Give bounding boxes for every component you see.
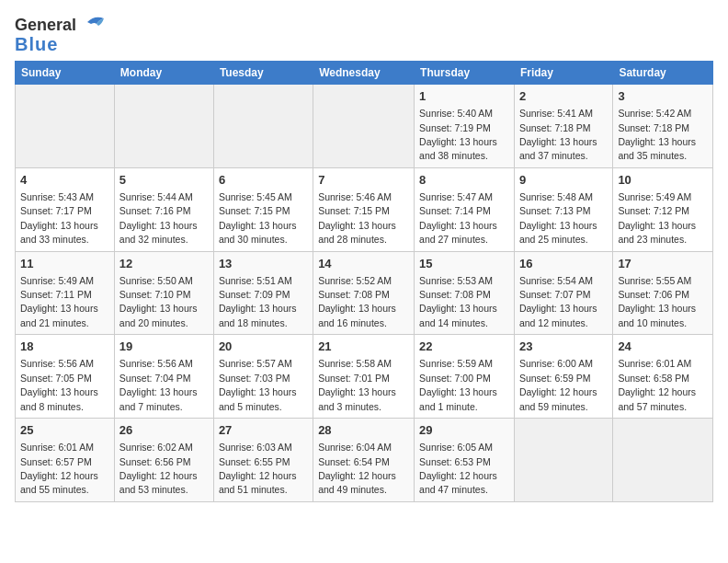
calendar-cell: 26Sunrise: 6:02 AM Sunset: 6:56 PM Dayli… bbox=[114, 419, 213, 502]
calendar-cell: 29Sunrise: 6:05 AM Sunset: 6:53 PM Dayli… bbox=[415, 419, 515, 502]
day-number: 8 bbox=[419, 172, 509, 189]
day-number: 4 bbox=[20, 172, 109, 189]
day-detail: Sunrise: 5:58 AM Sunset: 7:01 PM Dayligh… bbox=[318, 358, 396, 411]
calendar-cell: 10Sunrise: 5:49 AM Sunset: 7:12 PM Dayli… bbox=[613, 167, 713, 251]
calendar-cell bbox=[16, 85, 115, 168]
day-detail: Sunrise: 5:50 AM Sunset: 7:10 PM Dayligh… bbox=[119, 275, 198, 328]
col-header-wednesday: Wednesday bbox=[313, 62, 415, 85]
col-header-sunday: Sunday bbox=[16, 62, 115, 85]
day-number: 2 bbox=[519, 88, 608, 105]
day-detail: Sunrise: 5:56 AM Sunset: 7:04 PM Dayligh… bbox=[119, 358, 198, 411]
day-detail: Sunrise: 6:04 AM Sunset: 6:54 PM Dayligh… bbox=[318, 442, 396, 495]
calendar-cell bbox=[313, 85, 415, 168]
day-detail: Sunrise: 6:01 AM Sunset: 6:57 PM Dayligh… bbox=[20, 442, 98, 495]
day-detail: Sunrise: 5:55 AM Sunset: 7:06 PM Dayligh… bbox=[618, 275, 696, 328]
day-number: 27 bbox=[219, 422, 308, 439]
calendar-cell bbox=[514, 419, 612, 502]
day-number: 28 bbox=[318, 422, 409, 439]
day-detail: Sunrise: 5:49 AM Sunset: 7:12 PM Dayligh… bbox=[618, 191, 696, 245]
calendar-cell: 25Sunrise: 6:01 AM Sunset: 6:57 PM Dayli… bbox=[16, 419, 115, 502]
day-detail: Sunrise: 5:47 AM Sunset: 7:14 PM Dayligh… bbox=[419, 191, 497, 245]
day-number: 12 bbox=[119, 256, 209, 272]
day-number: 26 bbox=[119, 422, 209, 439]
logo-bird-icon bbox=[78, 15, 106, 35]
day-number: 6 bbox=[219, 172, 308, 189]
day-detail: Sunrise: 6:02 AM Sunset: 6:56 PM Dayligh… bbox=[119, 442, 198, 495]
day-number: 7 bbox=[318, 172, 409, 189]
day-detail: Sunrise: 5:59 AM Sunset: 7:00 PM Dayligh… bbox=[419, 358, 497, 411]
header-row: SundayMondayTuesdayWednesdayThursdayFrid… bbox=[16, 62, 713, 85]
logo: General Blue bbox=[15, 15, 106, 53]
day-number: 15 bbox=[419, 256, 509, 272]
day-detail: Sunrise: 5:42 AM Sunset: 7:18 PM Dayligh… bbox=[618, 108, 696, 161]
calendar-cell: 15Sunrise: 5:53 AM Sunset: 7:08 PM Dayli… bbox=[415, 251, 515, 335]
day-detail: Sunrise: 5:49 AM Sunset: 7:11 PM Dayligh… bbox=[20, 275, 98, 328]
day-detail: Sunrise: 5:46 AM Sunset: 7:15 PM Dayligh… bbox=[318, 191, 396, 245]
day-detail: Sunrise: 5:45 AM Sunset: 7:15 PM Dayligh… bbox=[219, 191, 297, 245]
calendar-cell: 16Sunrise: 5:54 AM Sunset: 7:07 PM Dayli… bbox=[514, 251, 612, 335]
calendar-cell: 23Sunrise: 6:00 AM Sunset: 6:59 PM Dayli… bbox=[514, 335, 612, 419]
calendar-cell bbox=[213, 85, 313, 168]
day-detail: Sunrise: 5:43 AM Sunset: 7:17 PM Dayligh… bbox=[20, 191, 98, 245]
day-detail: Sunrise: 5:53 AM Sunset: 7:08 PM Dayligh… bbox=[419, 275, 497, 328]
day-number: 22 bbox=[419, 339, 509, 355]
col-header-thursday: Thursday bbox=[415, 62, 515, 85]
calendar-table: SundayMondayTuesdayWednesdayThursdayFrid… bbox=[15, 61, 713, 502]
calendar-cell: 21Sunrise: 5:58 AM Sunset: 7:01 PM Dayli… bbox=[313, 335, 415, 419]
day-number: 16 bbox=[519, 256, 608, 272]
calendar-cell: 2Sunrise: 5:41 AM Sunset: 7:18 PM Daylig… bbox=[514, 85, 612, 168]
header: General Blue bbox=[15, 15, 713, 53]
calendar-cell: 14Sunrise: 5:52 AM Sunset: 7:08 PM Dayli… bbox=[313, 251, 415, 335]
day-detail: Sunrise: 5:56 AM Sunset: 7:05 PM Dayligh… bbox=[20, 358, 98, 411]
week-row-3: 11Sunrise: 5:49 AM Sunset: 7:11 PM Dayli… bbox=[16, 251, 713, 335]
day-number: 14 bbox=[318, 256, 409, 272]
calendar-cell bbox=[613, 419, 713, 502]
week-row-4: 18Sunrise: 5:56 AM Sunset: 7:05 PM Dayli… bbox=[16, 335, 713, 419]
calendar-cell: 7Sunrise: 5:46 AM Sunset: 7:15 PM Daylig… bbox=[313, 167, 415, 251]
day-detail: Sunrise: 6:00 AM Sunset: 6:59 PM Dayligh… bbox=[519, 358, 597, 411]
day-detail: Sunrise: 5:52 AM Sunset: 7:08 PM Dayligh… bbox=[318, 275, 396, 328]
day-number: 10 bbox=[618, 172, 708, 189]
day-number: 19 bbox=[119, 339, 209, 355]
calendar-cell: 9Sunrise: 5:48 AM Sunset: 7:13 PM Daylig… bbox=[514, 167, 612, 251]
week-row-1: 1Sunrise: 5:40 AM Sunset: 7:19 PM Daylig… bbox=[16, 85, 713, 168]
calendar-cell: 19Sunrise: 5:56 AM Sunset: 7:04 PM Dayli… bbox=[114, 335, 213, 419]
calendar-cell: 17Sunrise: 5:55 AM Sunset: 7:06 PM Dayli… bbox=[613, 251, 713, 335]
calendar-cell: 1Sunrise: 5:40 AM Sunset: 7:19 PM Daylig… bbox=[415, 85, 515, 168]
calendar-cell: 4Sunrise: 5:43 AM Sunset: 7:17 PM Daylig… bbox=[16, 167, 115, 251]
day-number: 18 bbox=[20, 339, 109, 355]
calendar-cell: 11Sunrise: 5:49 AM Sunset: 7:11 PM Dayli… bbox=[16, 251, 115, 335]
day-number: 5 bbox=[119, 172, 209, 189]
logo-text: General bbox=[15, 17, 76, 33]
col-header-saturday: Saturday bbox=[613, 62, 713, 85]
day-number: 21 bbox=[318, 339, 409, 355]
week-row-2: 4Sunrise: 5:43 AM Sunset: 7:17 PM Daylig… bbox=[16, 167, 713, 251]
day-detail: Sunrise: 5:57 AM Sunset: 7:03 PM Dayligh… bbox=[219, 358, 297, 411]
day-detail: Sunrise: 6:01 AM Sunset: 6:58 PM Dayligh… bbox=[618, 358, 696, 411]
day-number: 3 bbox=[618, 88, 708, 105]
day-number: 24 bbox=[618, 339, 708, 355]
calendar-cell: 12Sunrise: 5:50 AM Sunset: 7:10 PM Dayli… bbox=[114, 251, 213, 335]
day-detail: Sunrise: 5:48 AM Sunset: 7:13 PM Dayligh… bbox=[519, 191, 597, 245]
day-detail: Sunrise: 5:54 AM Sunset: 7:07 PM Dayligh… bbox=[519, 275, 597, 328]
day-number: 23 bbox=[519, 339, 608, 355]
day-number: 13 bbox=[219, 256, 308, 272]
col-header-monday: Monday bbox=[114, 62, 213, 85]
week-row-5: 25Sunrise: 6:01 AM Sunset: 6:57 PM Dayli… bbox=[16, 419, 713, 502]
logo-blue-text: Blue bbox=[15, 35, 58, 53]
day-detail: Sunrise: 5:41 AM Sunset: 7:18 PM Dayligh… bbox=[519, 108, 597, 161]
calendar-cell: 3Sunrise: 5:42 AM Sunset: 7:18 PM Daylig… bbox=[613, 85, 713, 168]
day-detail: Sunrise: 5:44 AM Sunset: 7:16 PM Dayligh… bbox=[119, 191, 198, 245]
calendar-cell bbox=[114, 85, 213, 168]
day-number: 11 bbox=[20, 256, 109, 272]
day-detail: Sunrise: 6:03 AM Sunset: 6:55 PM Dayligh… bbox=[219, 442, 297, 495]
calendar-cell: 6Sunrise: 5:45 AM Sunset: 7:15 PM Daylig… bbox=[213, 167, 313, 251]
day-number: 20 bbox=[219, 339, 308, 355]
calendar-cell: 5Sunrise: 5:44 AM Sunset: 7:16 PM Daylig… bbox=[114, 167, 213, 251]
day-number: 29 bbox=[419, 422, 509, 439]
calendar-cell: 28Sunrise: 6:04 AM Sunset: 6:54 PM Dayli… bbox=[313, 419, 415, 502]
col-header-tuesday: Tuesday bbox=[213, 62, 313, 85]
calendar-cell: 8Sunrise: 5:47 AM Sunset: 7:14 PM Daylig… bbox=[415, 167, 515, 251]
calendar-cell: 13Sunrise: 5:51 AM Sunset: 7:09 PM Dayli… bbox=[213, 251, 313, 335]
day-number: 9 bbox=[519, 172, 608, 189]
